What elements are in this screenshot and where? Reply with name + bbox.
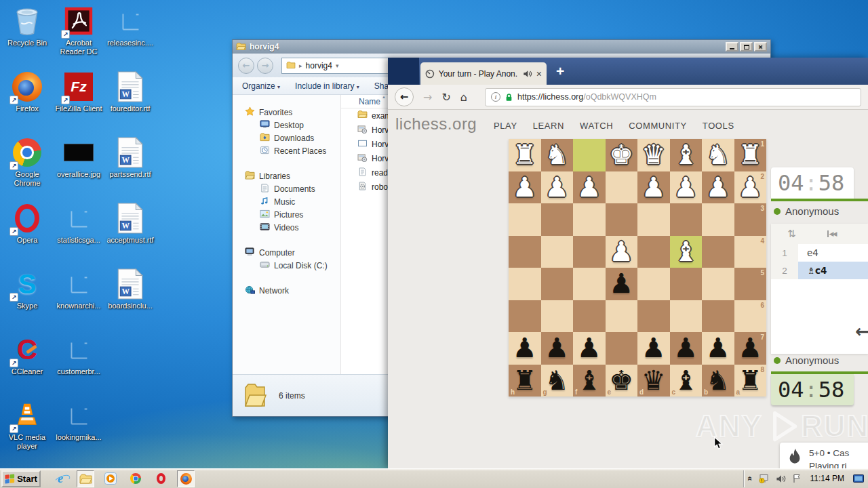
nav-community[interactable]: COMMUNITY	[629, 121, 687, 131]
piece-wP[interactable]: ♟	[637, 171, 670, 204]
square-f2[interactable]: ♟	[573, 171, 606, 204]
close-button[interactable]: ×	[754, 42, 767, 52]
square-a4[interactable]: 4	[734, 236, 767, 268]
desktop-icon-skype[interactable]: S↗Skype	[1, 266, 53, 331]
square-c7[interactable]: ♟	[670, 332, 703, 365]
square-d8[interactable]: ♛d	[637, 365, 670, 397]
piece-wP[interactable]: ♟	[606, 236, 638, 268]
square-g3[interactable]	[541, 203, 574, 236]
desktop-icon-customerbr[interactable]: customerbr...	[53, 331, 104, 397]
flip-board-icon[interactable]: ⇅	[787, 228, 796, 240]
url-text[interactable]: https://lichess.org/oQdbkWQVXHQm	[517, 92, 656, 102]
piece-bP[interactable]: ♟	[541, 332, 574, 365]
chevron-down-icon[interactable]: ▾	[336, 62, 339, 69]
desktop-icon-filezilla-client[interactable]: Fz↗FileZilla Client	[53, 68, 104, 134]
square-b7[interactable]: ♟	[702, 332, 734, 365]
piece-wB[interactable]: ♝	[670, 139, 703, 171]
square-g7[interactable]: ♟	[541, 332, 574, 365]
square-b2[interactable]: ♟	[702, 171, 734, 204]
include-in-library-button[interactable]: Include in library ▾	[295, 81, 359, 91]
taskbar-windows-explorer[interactable]	[77, 470, 94, 487]
tray-clock[interactable]: 11:14 PM	[810, 474, 844, 483]
forward-button[interactable]: →	[257, 58, 273, 74]
square-a5[interactable]: 5	[734, 268, 767, 300]
desktop-icon-statisticsga[interactable]: statisticsga...	[53, 200, 104, 266]
taskbar-opera[interactable]	[152, 470, 170, 487]
square-g1[interactable]: ♞	[541, 139, 574, 171]
piece-bB[interactable]: ♝	[573, 365, 606, 397]
square-e2[interactable]	[606, 171, 638, 204]
square-h2[interactable]: ♟	[509, 171, 541, 204]
action-center-flag-icon[interactable]	[792, 474, 802, 483]
desktop-icon-releasesinc[interactable]: releasesinc....	[104, 3, 156, 68]
desktop-icon-ccleaner[interactable]: C↗CCleaner	[1, 331, 53, 397]
taskbar-chrome[interactable]	[127, 470, 144, 487]
square-a7[interactable]: ♟7	[734, 332, 767, 365]
square-a1[interactable]: ♜1	[734, 139, 767, 171]
desktop-icon-firefox[interactable]: ↗Firefox	[1, 68, 53, 134]
desktop-icon-partssend-rtf[interactable]: Wpartssend.rtf	[104, 134, 156, 200]
network-warning-icon[interactable]	[759, 474, 770, 484]
info-icon[interactable]: i	[491, 92, 500, 102]
maximize-button[interactable]	[740, 42, 753, 52]
tray-expand-icon[interactable]: «	[745, 476, 755, 481]
breadcrumb-folder[interactable]: horvig4	[306, 61, 332, 70]
square-h4[interactable]	[509, 236, 541, 268]
square-c4[interactable]: ♝	[670, 236, 703, 268]
desktop-icon-recycle-bin[interactable]: Recycle Bin	[1, 3, 53, 68]
sidebar-item-desktop[interactable]: Desktop	[233, 119, 340, 131]
nav-learn[interactable]: LEARN	[533, 121, 564, 131]
sidebar-item-recent-places[interactable]: Recent Places	[233, 144, 340, 157]
square-c6[interactable]	[670, 300, 703, 333]
square-c5[interactable]	[670, 268, 703, 300]
square-e5[interactable]: ♟	[606, 268, 638, 300]
rewind-icon[interactable]: ◀◀	[827, 230, 836, 237]
piece-bP[interactable]: ♟	[637, 332, 670, 365]
sidebar-item-libraries[interactable]: Libraries	[233, 169, 340, 182]
taskbar-firefox[interactable]	[177, 470, 195, 487]
piece-wP[interactable]: ♟	[541, 171, 574, 204]
desktop-icon-vlc-media-player[interactable]: ↗VLC media player	[1, 397, 53, 463]
show-desktop-icon[interactable]	[853, 474, 864, 483]
square-f5[interactable]	[573, 268, 606, 300]
nav-watch[interactable]: WATCH	[580, 121, 613, 131]
sidebar-item-pictures[interactable]: Pictures	[233, 208, 340, 221]
desktop-icon-boardsinclu[interactable]: Wboardsinclu...	[104, 266, 156, 331]
piece-wP[interactable]: ♟	[573, 171, 606, 204]
square-e4[interactable]: ♟	[606, 236, 638, 268]
sidebar-item-computer[interactable]: Computer	[233, 246, 340, 259]
sidebar-item-network[interactable]: Network	[233, 284, 340, 297]
square-h8[interactable]: ♜h	[509, 365, 541, 397]
square-e8[interactable]: ♚e	[606, 365, 638, 397]
square-e1[interactable]: ♚	[606, 139, 638, 171]
desktop-icon-foureditor-rtf[interactable]: Wfoureditor.rtf	[104, 68, 156, 134]
piece-wB[interactable]: ♝	[670, 236, 703, 268]
square-a8[interactable]: ♜8a	[734, 365, 767, 397]
desktop-icon-knownarchi[interactable]: knownarchi...	[53, 266, 104, 331]
back-button[interactable]: ←	[238, 58, 254, 74]
desktop-icon-overallice-jpg[interactable]: overallice.jpg	[53, 134, 104, 200]
square-d4[interactable]	[637, 236, 670, 268]
square-e3[interactable]	[606, 203, 638, 236]
move-2[interactable]: ♗c4	[798, 262, 868, 279]
sidebar-item-videos[interactable]: Videos	[233, 221, 340, 234]
reload-button[interactable]: ↻	[441, 91, 450, 104]
square-d1[interactable]: ♛	[637, 139, 670, 171]
square-h3[interactable]	[509, 203, 541, 236]
square-f7[interactable]: ♟	[573, 332, 606, 365]
nav-play[interactable]: PLAY	[494, 121, 517, 131]
sidebar-item-downloads[interactable]: Downloads	[233, 131, 340, 144]
sidebar-item-music[interactable]: Music	[233, 195, 340, 208]
square-d7[interactable]: ♟	[637, 332, 670, 365]
square-a6[interactable]: 6	[734, 300, 767, 333]
volume-icon[interactable]	[776, 474, 786, 483]
tab-close-icon[interactable]: ×	[536, 68, 542, 79]
square-f8[interactable]: ♝f	[573, 365, 606, 397]
speaker-icon[interactable]	[523, 70, 532, 78]
square-e6[interactable]	[606, 300, 638, 333]
square-g2[interactable]: ♟	[541, 171, 574, 204]
taskbar-media-player[interactable]	[102, 470, 119, 487]
square-b3[interactable]	[702, 203, 734, 236]
square-f6[interactable]	[573, 300, 606, 333]
square-h1[interactable]: ♜	[509, 139, 541, 171]
